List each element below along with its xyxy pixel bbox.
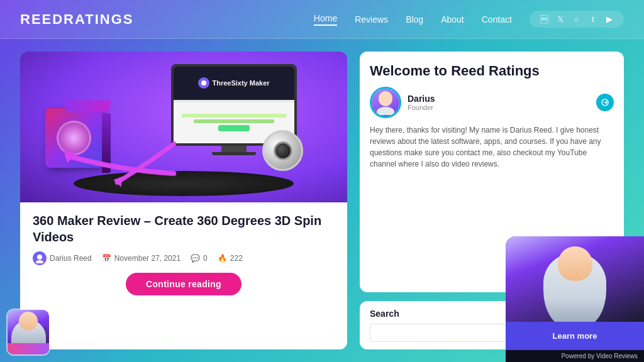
author-mini-avatar [33, 251, 47, 265]
welcome-title: Welcome to Reed Ratings [370, 63, 614, 79]
learn-more-section: Learn more [506, 322, 644, 350]
view-count: 222 [230, 254, 243, 263]
welcome-body-text: Hey there, thanks for visiting! My name … [370, 124, 614, 170]
continue-reading-button[interactable]: Continue reading [126, 273, 242, 295]
video-popup: Learn more Powered by Video Reviews [506, 236, 644, 362]
nav-item-blog[interactable]: Blog [406, 14, 423, 25]
twitter-icon[interactable]: 𝕏 [555, 14, 566, 24]
product-box [45, 108, 108, 177]
author-name: Darius Reed [50, 254, 92, 263]
camera-ball [262, 130, 306, 174]
calendar-icon: 📅 [102, 254, 111, 263]
meta-date: 📅 November 27, 2021 [102, 254, 180, 263]
svg-point-0 [201, 80, 206, 85]
nav-item-reviews[interactable]: Reviews [355, 14, 388, 25]
svg-point-6 [377, 107, 394, 115]
powered-by-text: Powered by Video Reviews [561, 353, 638, 359]
author-role: Founder [408, 104, 590, 111]
author-link-icon[interactable] [596, 94, 614, 111]
svg-point-3 [37, 255, 42, 260]
article-card: ThreeSixty Maker [20, 52, 347, 349]
facebook-icon[interactable]:  [538, 14, 550, 24]
nav-item-home[interactable]: Home [314, 13, 337, 26]
author-row: Darius Founder [370, 87, 614, 118]
youtube-icon[interactable]: ▶ [604, 14, 615, 24]
meta-views: 🔥 222 [218, 254, 243, 263]
corner-avatar [6, 309, 50, 356]
comment-count: 0 [203, 254, 208, 263]
meta-comments: 💬 0 [191, 254, 208, 263]
social-icons-group:  𝕏 ○ t ▶ [530, 11, 624, 28]
logo: ReedRatings [20, 11, 134, 28]
nav-item-contact[interactable]: Contact [482, 14, 512, 25]
author-name-sidebar: Darius [408, 94, 590, 104]
nav-item-about[interactable]: About [441, 14, 464, 25]
article-date: November 27, 2021 [114, 254, 180, 263]
article-image: ThreeSixty Maker [20, 52, 347, 202]
author-avatar [370, 87, 401, 118]
powered-by-bar: Powered by Video Reviews [506, 350, 644, 362]
learn-more-button[interactable]: Learn more [513, 327, 636, 345]
pinterest-icon[interactable]: ○ [571, 14, 582, 24]
header: ReedRatings Home Reviews Blog About Cont… [0, 0, 644, 39]
video-face [506, 236, 644, 322]
meta-author: Darius Reed [33, 251, 92, 265]
svg-point-5 [379, 91, 392, 106]
nav: Home Reviews Blog About Contact  𝕏 ○ t … [314, 11, 624, 28]
svg-point-4 [36, 260, 43, 263]
comment-icon: 💬 [191, 254, 200, 263]
article-title: 360 Maker Review – Create 360 Degrees 3D… [33, 212, 335, 245]
article-meta: Darius Reed 📅 November 27, 2021 💬 0 🔥 22… [33, 251, 335, 265]
fire-icon: 🔥 [218, 254, 227, 263]
author-info: Darius Founder [408, 94, 590, 111]
tumblr-icon[interactable]: t [587, 14, 599, 24]
article-body: 360 Maker Review – Create 360 Degrees 3D… [20, 202, 347, 303]
